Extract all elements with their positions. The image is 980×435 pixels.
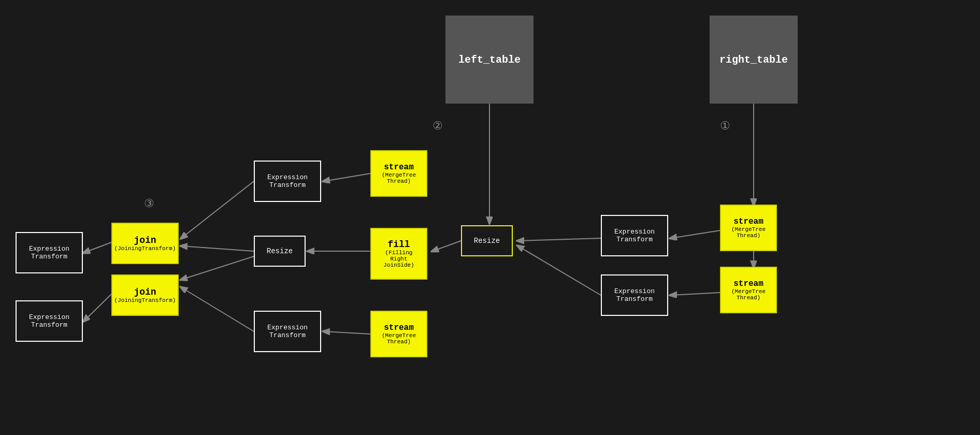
svg-line-8 [518,246,601,295]
join-bottom-main: join [134,287,156,297]
resize-main-node: Resize [461,225,513,256]
stream-right-bottom-node: stream (MergeTreeThread) [720,267,777,313]
svg-line-16 [181,287,254,331]
stream-bottom-center-sub: (MergeTreeThread) [382,332,416,345]
expr-left-top-node: ExpressionTransform [16,232,83,273]
join-top-node: join (JoiningTransform) [111,223,179,264]
stream-top-center-node: stream (MergeTreeThread) [370,150,427,197]
expr-top-center-node: ExpressionTransform [254,161,321,202]
expr-left-bottom-label: ExpressionTransform [29,313,69,329]
circle-label-1: ① [720,119,730,133]
svg-line-6 [671,293,720,295]
expr-bottom-center-label: ExpressionTransform [267,324,308,339]
stream-right-top-main: stream [733,217,763,226]
svg-line-5 [671,230,720,238]
join-bottom-sub: (JoiningTransform) [114,297,176,303]
resize-center-label: Resize [267,247,293,255]
stream-right-top-node: stream (MergeTreeThread) [720,205,777,251]
svg-line-17 [84,242,111,253]
expr-top-center-label: ExpressionTransform [267,173,308,189]
stream-top-center-sub: (MergeTreeThread) [382,172,416,184]
stream-right-bottom-main: stream [733,279,763,288]
fill-center-sub: (FillingRightJoinSide) [383,250,414,268]
expr-right-top-label: ExpressionTransform [614,228,655,243]
expr-right-bottom-node: ExpressionTransform [601,274,668,316]
stream-right-bottom-sub: (MergeTreeThread) [731,288,766,301]
svg-line-18 [84,294,111,321]
svg-line-9 [433,241,461,251]
join-top-sub: (JoiningTransform) [114,245,176,252]
svg-line-13 [181,181,254,238]
fill-center-main: fill [387,239,410,250]
circle-label-2: ② [433,119,443,133]
resize-main-label: Resize [474,237,500,245]
expr-left-top-label: ExpressionTransform [29,245,69,260]
svg-line-15 [181,256,254,280]
expr-right-bottom-label: ExpressionTransform [614,287,655,303]
left-table-label: left_table [458,54,521,66]
svg-line-10 [324,173,370,181]
svg-line-11 [324,331,370,334]
right-table-label: right_table [719,54,788,66]
stream-bottom-center-main: stream [384,323,414,332]
circle-label-3: ③ [144,197,154,211]
svg-line-7 [518,238,601,241]
expr-bottom-center-node: ExpressionTransform [254,311,321,352]
svg-line-14 [181,246,254,251]
left-table-node: left_table [445,16,534,104]
stream-bottom-center-node: stream (MergeTreeThread) [370,311,427,357]
stream-right-top-sub: (MergeTreeThread) [731,226,766,239]
stream-top-center-main: stream [384,163,414,172]
expr-right-top-node: ExpressionTransform [601,215,668,256]
expr-left-bottom-node: ExpressionTransform [16,300,83,342]
fill-center-node: fill (FillingRightJoinSide) [370,228,427,280]
join-bottom-node: join (JoiningTransform) [111,274,179,316]
resize-center-node: Resize [254,236,306,267]
right-table-node: right_table [710,16,798,104]
join-top-main: join [134,235,156,245]
